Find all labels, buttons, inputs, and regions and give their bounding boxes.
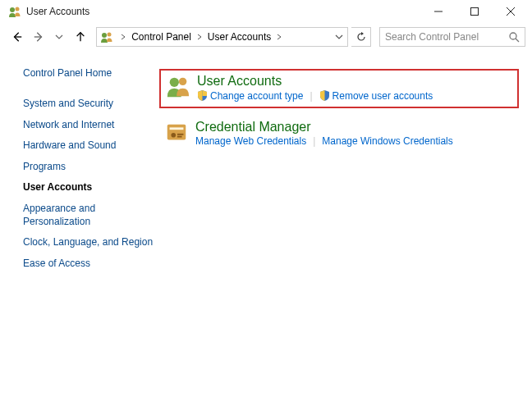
svg-point-9 <box>102 33 107 38</box>
svg-point-13 <box>170 78 179 87</box>
breadcrumb-user-accounts[interactable]: User Accounts <box>206 31 273 43</box>
svg-point-1 <box>16 7 20 11</box>
svg-line-12 <box>516 39 519 42</box>
sidebar: Control Panel Home System and Security N… <box>13 67 159 274</box>
search-input[interactable] <box>385 31 508 43</box>
svg-rect-16 <box>170 127 184 130</box>
link-separator: | <box>313 135 315 147</box>
breadcrumb-control-panel[interactable]: Control Panel <box>130 31 193 43</box>
sidebar-item-clock-language-region[interactable]: Clock, Language, and Region <box>23 232 159 253</box>
address-dropdown-button[interactable] <box>332 29 346 45</box>
refresh-button[interactable] <box>351 27 371 47</box>
link-label: Change account type <box>210 90 303 102</box>
link-manage-windows-credentials[interactable]: Manage Windows Credentials <box>322 135 452 147</box>
link-change-account-type[interactable]: Change account type <box>197 90 303 102</box>
sidebar-item-appearance-personalization[interactable]: Appearance and Personalization <box>23 198 159 232</box>
window-title: User Accounts <box>26 6 89 17</box>
main-content: User Accounts Change account type | Remo… <box>159 67 519 274</box>
control-panel-home-link[interactable]: Control Panel Home <box>23 67 159 79</box>
category-user-accounts: User Accounts Change account type | Remo… <box>159 69 519 108</box>
link-label: Manage Windows Credentials <box>322 135 452 147</box>
category-title[interactable]: Credential Manager <box>195 120 514 135</box>
svg-point-17 <box>171 133 176 138</box>
link-label: Remove user accounts <box>332 90 433 102</box>
category-title[interactable]: User Accounts <box>197 74 512 89</box>
svg-rect-18 <box>177 133 184 135</box>
close-button[interactable] <box>493 0 529 23</box>
content-area: Control Panel Home System and Security N… <box>0 51 532 274</box>
recent-locations-button[interactable] <box>51 28 69 46</box>
svg-point-10 <box>108 33 112 37</box>
chevron-right-icon[interactable] <box>274 32 284 42</box>
back-button[interactable] <box>8 28 26 46</box>
sidebar-item-network-internet[interactable]: Network and Internet <box>23 115 159 136</box>
link-label: Manage Web Credentials <box>195 135 306 147</box>
shield-icon <box>319 90 330 101</box>
search-icon[interactable] <box>508 31 520 43</box>
window-controls <box>420 0 529 23</box>
address-icon <box>100 30 113 43</box>
search-box[interactable] <box>379 27 525 47</box>
sidebar-item-user-accounts[interactable]: User Accounts <box>23 177 159 198</box>
maximize-button[interactable] <box>456 0 493 23</box>
chevron-right-icon[interactable] <box>118 32 128 42</box>
app-icon <box>8 5 21 18</box>
svg-rect-3 <box>471 8 479 16</box>
svg-point-11 <box>510 33 516 39</box>
sidebar-item-programs[interactable]: Programs <box>23 157 159 178</box>
sidebar-item-hardware-sound[interactable]: Hardware and Sound <box>23 135 159 157</box>
svg-rect-19 <box>177 135 182 137</box>
category-credential-manager: Credential Manager Manage Web Credential… <box>159 116 519 153</box>
link-remove-user-accounts[interactable]: Remove user accounts <box>319 90 433 102</box>
sidebar-item-system-security[interactable]: System and Security <box>23 93 159 115</box>
minimize-button[interactable] <box>420 0 456 23</box>
up-button[interactable] <box>71 28 89 46</box>
forward-button[interactable] <box>30 28 48 46</box>
svg-point-14 <box>179 78 186 85</box>
link-manage-web-credentials[interactable]: Manage Web Credentials <box>195 135 306 147</box>
svg-rect-15 <box>167 124 186 139</box>
user-accounts-icon <box>166 74 190 98</box>
chevron-right-icon[interactable] <box>195 32 204 42</box>
sidebar-item-ease-of-access[interactable]: Ease of Access <box>23 253 159 275</box>
title-bar: User Accounts <box>0 0 532 23</box>
link-separator: | <box>310 90 312 102</box>
address-bar[interactable]: Control Panel User Accounts <box>96 27 348 47</box>
shield-icon <box>197 90 208 101</box>
credential-manager-icon <box>164 120 189 144</box>
nav-bar: Control Panel User Accounts <box>0 23 532 51</box>
svg-point-0 <box>10 7 15 12</box>
